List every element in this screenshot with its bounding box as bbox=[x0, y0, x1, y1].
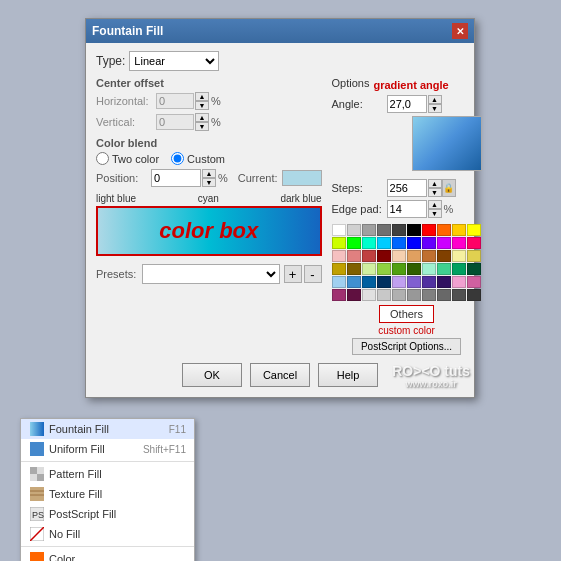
menu-item-pattern-fill[interactable]: Pattern Fill bbox=[21, 464, 194, 484]
position-down[interactable]: ▼ bbox=[202, 178, 216, 187]
palette-cell[interactable] bbox=[362, 263, 376, 275]
palette-cell[interactable] bbox=[467, 250, 481, 262]
palette-cell[interactable] bbox=[422, 250, 436, 262]
palette-cell[interactable] bbox=[347, 224, 361, 236]
palette-cell[interactable] bbox=[332, 263, 346, 275]
menu-item-color[interactable]: Color bbox=[21, 549, 194, 561]
palette-cell[interactable] bbox=[377, 237, 391, 249]
palette-cell[interactable] bbox=[407, 263, 421, 275]
horizontal-input[interactable] bbox=[156, 93, 194, 109]
palette-cell[interactable] bbox=[347, 289, 361, 301]
palette-cell[interactable] bbox=[347, 263, 361, 275]
menu-item-postscript-fill[interactable]: PS PostScript Fill bbox=[21, 504, 194, 524]
palette-cell[interactable] bbox=[332, 237, 346, 249]
menu-item-texture-fill[interactable]: Texture Fill bbox=[21, 484, 194, 504]
ok-button[interactable]: OK bbox=[182, 363, 242, 387]
palette-cell[interactable] bbox=[332, 250, 346, 262]
palette-cell[interactable] bbox=[392, 276, 406, 288]
remove-preset-button[interactable]: - bbox=[304, 265, 322, 283]
palette-cell[interactable] bbox=[452, 237, 466, 249]
edge-pad-input[interactable] bbox=[387, 200, 427, 218]
palette-cell[interactable] bbox=[362, 250, 376, 262]
palette-cell[interactable] bbox=[422, 237, 436, 249]
palette-cell[interactable] bbox=[377, 224, 391, 236]
horizontal-down[interactable]: ▼ bbox=[195, 101, 209, 110]
edge-pad-down[interactable]: ▼ bbox=[428, 209, 442, 218]
edge-pad-up[interactable]: ▲ bbox=[428, 200, 442, 209]
color-box[interactable]: color box bbox=[96, 206, 322, 256]
palette-cell[interactable] bbox=[422, 276, 436, 288]
angle-input[interactable] bbox=[387, 95, 427, 113]
palette-cell[interactable] bbox=[377, 250, 391, 262]
palette-cell[interactable] bbox=[377, 289, 391, 301]
palette-cell[interactable] bbox=[332, 224, 346, 236]
palette-cell[interactable] bbox=[407, 276, 421, 288]
menu-item-fountain-fill[interactable]: Fountain Fill F11 bbox=[21, 419, 194, 439]
menu-item-no-fill[interactable]: No Fill bbox=[21, 524, 194, 544]
palette-cell[interactable] bbox=[407, 224, 421, 236]
palette-cell[interactable] bbox=[467, 237, 481, 249]
palette-cell[interactable] bbox=[392, 250, 406, 262]
palette-cell[interactable] bbox=[422, 263, 436, 275]
vertical-up[interactable]: ▲ bbox=[195, 113, 209, 122]
position-input[interactable] bbox=[151, 169, 201, 187]
position-up[interactable]: ▲ bbox=[202, 169, 216, 178]
palette-cell[interactable] bbox=[362, 289, 376, 301]
vertical-down[interactable]: ▼ bbox=[195, 122, 209, 131]
palette-cell[interactable] bbox=[347, 237, 361, 249]
palette-cell[interactable] bbox=[437, 289, 451, 301]
two-color-radio-label[interactable]: Two color bbox=[96, 152, 159, 165]
palette-cell[interactable] bbox=[452, 263, 466, 275]
steps-input[interactable] bbox=[387, 179, 427, 197]
palette-cell[interactable] bbox=[362, 224, 376, 236]
steps-up[interactable]: ▲ bbox=[428, 179, 442, 188]
postscript-options-button[interactable]: PostScript Options... bbox=[352, 338, 461, 355]
type-select[interactable]: Linear Radial Conical Square bbox=[129, 51, 219, 71]
palette-cell[interactable] bbox=[437, 263, 451, 275]
palette-cell[interactable] bbox=[422, 224, 436, 236]
presets-select[interactable] bbox=[142, 264, 279, 284]
cancel-button[interactable]: Cancel bbox=[250, 363, 310, 387]
palette-cell[interactable] bbox=[467, 289, 481, 301]
custom-radio[interactable] bbox=[171, 152, 184, 165]
palette-cell[interactable] bbox=[392, 263, 406, 275]
palette-cell[interactable] bbox=[437, 237, 451, 249]
palette-cell[interactable] bbox=[362, 237, 376, 249]
lock-icon[interactable]: 🔒 bbox=[442, 179, 456, 197]
palette-cell[interactable] bbox=[377, 263, 391, 275]
two-color-radio[interactable] bbox=[96, 152, 109, 165]
menu-item-uniform-fill[interactable]: Uniform Fill Shift+F11 bbox=[21, 439, 194, 459]
palette-cell[interactable] bbox=[422, 289, 436, 301]
palette-cell[interactable] bbox=[407, 250, 421, 262]
add-preset-button[interactable]: + bbox=[284, 265, 302, 283]
angle-up[interactable]: ▲ bbox=[428, 95, 442, 104]
angle-down[interactable]: ▼ bbox=[428, 104, 442, 113]
palette-cell[interactable] bbox=[437, 250, 451, 262]
palette-cell[interactable] bbox=[407, 289, 421, 301]
palette-cell[interactable] bbox=[467, 263, 481, 275]
close-button[interactable]: ✕ bbox=[452, 23, 468, 39]
palette-cell[interactable] bbox=[452, 276, 466, 288]
palette-cell[interactable] bbox=[407, 237, 421, 249]
palette-cell[interactable] bbox=[467, 276, 481, 288]
palette-cell[interactable] bbox=[452, 289, 466, 301]
palette-cell[interactable] bbox=[452, 224, 466, 236]
palette-cell[interactable] bbox=[332, 289, 346, 301]
custom-radio-label[interactable]: Custom bbox=[171, 152, 225, 165]
palette-cell[interactable] bbox=[347, 250, 361, 262]
help-button[interactable]: Help bbox=[318, 363, 378, 387]
others-button[interactable]: Others bbox=[379, 305, 434, 323]
palette-cell[interactable] bbox=[392, 224, 406, 236]
vertical-input[interactable] bbox=[156, 114, 194, 130]
palette-cell[interactable] bbox=[377, 276, 391, 288]
steps-down[interactable]: ▼ bbox=[428, 188, 442, 197]
palette-cell[interactable] bbox=[467, 224, 481, 236]
palette-cell[interactable] bbox=[452, 250, 466, 262]
palette-cell[interactable] bbox=[437, 276, 451, 288]
palette-cell[interactable] bbox=[332, 276, 346, 288]
palette-cell[interactable] bbox=[437, 224, 451, 236]
palette-cell[interactable] bbox=[392, 237, 406, 249]
palette-cell[interactable] bbox=[392, 289, 406, 301]
palette-cell[interactable] bbox=[362, 276, 376, 288]
palette-cell[interactable] bbox=[347, 276, 361, 288]
